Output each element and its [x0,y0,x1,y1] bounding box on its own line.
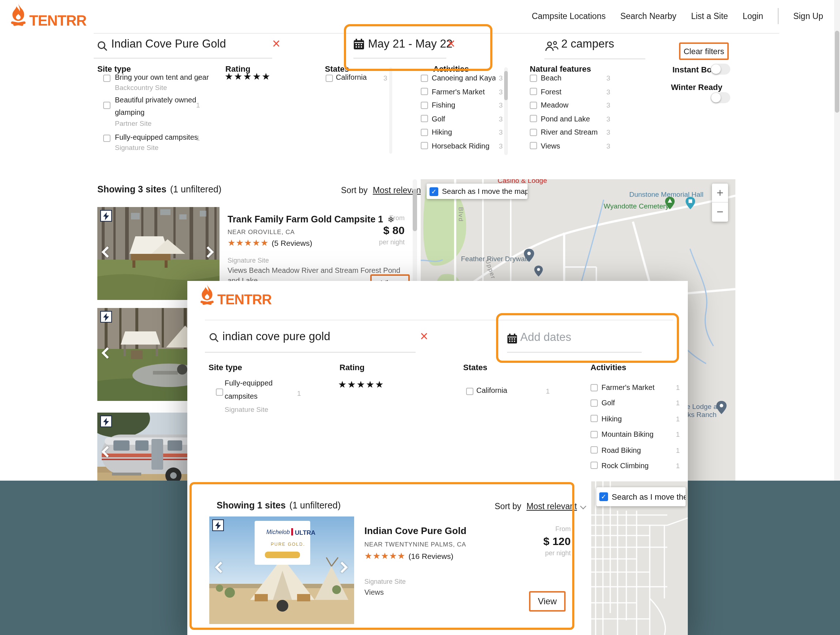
activity-checkbox[interactable] [591,400,598,407]
rating-header: Rating [339,363,365,372]
rating-stars-filter[interactable]: ★★★★★ [338,379,385,390]
activity-row: Hiking 3 [421,128,503,136]
svg-text:PURE GOLD.: PURE GOLD. [271,542,305,547]
activity-row: Canoeing and Kayaking 3 [421,74,503,82]
nav-login[interactable]: Login [743,12,763,21]
filter-count: 1 [196,101,200,109]
activity-checkbox[interactable] [421,129,428,136]
activity-checkbox[interactable] [591,384,598,391]
card-title[interactable]: Trank Family Farm Gold Campsite 1 [227,214,383,224]
map-pin-cemetery[interactable] [665,197,675,209]
map-canvas[interactable]: ✓ Search as I move the [591,481,688,635]
card-title[interactable]: Indian Cove Pure Gold [365,525,466,536]
activity-label: Farmer's Market [602,383,672,392]
section-divider [94,33,779,34]
checkbox-fully-equipped[interactable] [103,134,111,142]
map-pin-lodge[interactable] [716,401,726,414]
checkbox-california[interactable] [466,388,474,395]
view-button[interactable]: View [529,591,565,611]
activity-count: 3 [499,115,503,123]
card-reviews[interactable]: (16 Reviews) [409,551,454,561]
activity-checkbox[interactable] [591,462,598,469]
date-range-input-placeholder[interactable]: Add dates [520,331,572,344]
filter-sub: Signature Site [115,144,158,152]
nav-list-a-site[interactable]: List a Site [691,12,728,21]
nav-sign-up[interactable]: Sign Up [793,12,823,21]
activity-label: Rock Climbing [602,461,672,470]
activity-count: 3 [499,142,503,150]
activity-checkbox[interactable] [591,446,598,453]
checked-checkbox-icon[interactable]: ✓ [429,187,438,196]
tentrr-logo[interactable]: TENTRR [10,4,86,29]
campers-input[interactable]: 2 campers [561,37,614,51]
activity-row: Farmer's Market 1 [591,383,680,392]
campsite-photo[interactable]: Michelob ULTRA PURE GOLD. [209,517,354,624]
filter-label: California [336,73,367,81]
clear-filters-button[interactable]: Clear filters [679,43,729,60]
activity-count: 3 [499,74,503,82]
site-type-header: Site type [97,65,131,73]
map-pin-drywall[interactable] [524,249,534,262]
natural-feature-checkbox[interactable] [530,129,537,136]
price-value: $ 80 [379,224,405,236]
activity-checkbox[interactable] [591,415,598,422]
natural-feature-row: Meadow 3 [530,101,610,109]
page-scrollbar-thumb[interactable] [835,31,839,113]
checked-checkbox-icon[interactable]: ✓ [599,492,608,501]
activity-checkbox[interactable] [421,74,428,82]
results-scrollbar-thumb[interactable] [413,189,417,231]
filter-label: Fully-equipped campsites [225,377,277,402]
map-pin-hall[interactable] [685,197,695,209]
natural-feature-checkbox[interactable] [530,115,537,123]
search-as-move-control[interactable]: ✓ Search as I move the [596,487,685,506]
natural-feature-label: Pond and Lake [541,115,603,123]
checkbox-glamping[interactable] [103,102,111,109]
winter-ready-toggle[interactable] [711,92,730,103]
date-range-input[interactable]: May 21 - May 22 [368,37,453,51]
clear-search-icon[interactable]: × [272,36,280,51]
tentrr-logo[interactable]: TENTRR [200,284,272,308]
activity-checkbox[interactable] [421,101,428,109]
activity-checkbox[interactable] [591,431,598,438]
states-scrollbar[interactable] [389,67,392,154]
checkbox-bring-your-own[interactable] [103,74,111,82]
activity-label: Golf [602,399,672,407]
activity-label: Fishing [432,101,495,109]
rating-stars-filter[interactable]: ★★★★★ [225,71,271,82]
card-reviews[interactable]: (5 Reviews) [272,239,313,247]
sort-dropdown[interactable]: Most relevant [526,502,577,511]
zoom-out-button[interactable]: − [712,203,728,221]
instant-book-toggle[interactable] [711,64,730,74]
search-input[interactable]: indian cove pure gold [223,330,330,343]
natural-feature-checkbox[interactable] [530,74,537,82]
search-as-move-label: Search as I move the map [442,187,527,195]
clear-search-icon[interactable]: × [420,329,428,343]
activities-scrollbar-thumb[interactable] [504,71,508,100]
map-pin-secondary[interactable] [534,265,543,276]
activity-row: Road Biking 1 [591,446,680,454]
card-stars: ★★★★★ [227,238,269,248]
search-as-move-control[interactable]: ✓ Search as I move the map [426,183,527,199]
activity-count: 1 [676,461,680,470]
activity-checkbox[interactable] [421,88,428,95]
nav-campsite-locations[interactable]: Campsite Locations [532,12,605,21]
natural-feature-checkbox[interactable] [530,142,537,150]
search-input[interactable]: Indian Cove Pure Gold [111,37,226,51]
activity-checkbox[interactable] [421,115,428,123]
natural-feature-checkbox[interactable] [530,101,537,109]
instant-book-badge [100,415,112,427]
site-type-header: Site type [208,363,242,372]
zoom-in-button[interactable]: + [712,183,728,202]
natural-feature-checkbox[interactable] [530,88,537,95]
checkbox-california[interactable] [325,74,333,82]
activity-checkbox[interactable] [421,142,428,150]
results-count-row: Showing 3 sites (1 unfiltered) [97,184,221,194]
filter-count: 1 [196,134,200,142]
clear-dates-icon[interactable]: × [447,36,455,51]
nav-search-nearby[interactable]: Search Nearby [620,12,676,21]
logo-wordmark: TENTRR [217,292,272,308]
campsite-card: Michelob ULTRA PURE GOLD. Indian Cove Pu… [209,517,574,624]
natural-feature-row: Pond and Lake 3 [530,115,610,123]
logo-wordmark: TENTRR [29,13,86,29]
checkbox-fully-equipped[interactable] [216,389,223,396]
